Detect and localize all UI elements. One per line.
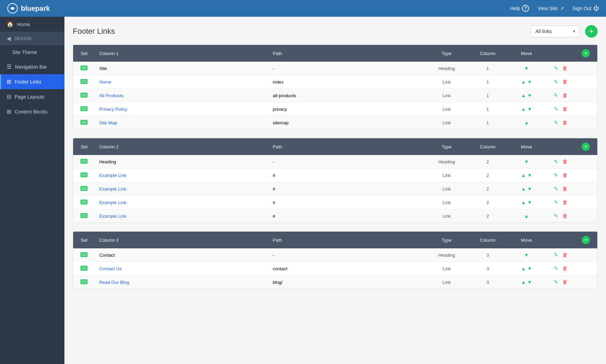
add-global-button[interactable]: + xyxy=(585,25,598,38)
row-type: Link xyxy=(424,182,469,196)
row-name: Home xyxy=(95,75,269,89)
delete-icon[interactable]: 🗑 xyxy=(562,199,568,205)
move-up-icon[interactable] xyxy=(521,107,526,111)
delete-icon[interactable]: 🗑 xyxy=(562,158,568,164)
move-down-icon[interactable] xyxy=(524,66,529,71)
edit-icon[interactable]: ✎ xyxy=(554,186,558,192)
edit-icon[interactable]: ✎ xyxy=(554,119,558,125)
edit-icon[interactable]: ✎ xyxy=(554,279,558,285)
move-up-icon[interactable] xyxy=(524,214,529,218)
sidebar-item-page-layouts[interactable]: ⊟ Page Layouts xyxy=(0,89,64,104)
row-link[interactable]: Example Link xyxy=(99,173,126,178)
move-up-icon[interactable] xyxy=(521,280,526,285)
delete-icon[interactable]: 🗑 xyxy=(562,279,568,285)
row-link[interactable]: All Products xyxy=(99,93,123,98)
footer-links-icon: ⊞ xyxy=(7,78,11,85)
delete-icon[interactable]: 🗑 xyxy=(562,265,568,271)
row-set xyxy=(73,155,95,169)
delete-icon[interactable]: 🗑 xyxy=(562,213,568,219)
row-name: Contact Us xyxy=(95,262,269,276)
row-type: Heading xyxy=(424,62,469,75)
move-up-icon[interactable] xyxy=(521,200,526,205)
move-down-icon[interactable] xyxy=(524,159,529,164)
view-site-button[interactable]: View Site ↗ xyxy=(537,6,564,11)
row-link[interactable]: Example Link xyxy=(99,214,126,219)
col2-th-col: Column xyxy=(469,138,506,155)
move-down-icon[interactable] xyxy=(527,266,532,271)
move-up-icon[interactable] xyxy=(521,266,526,271)
col3-add-button[interactable]: + xyxy=(582,236,590,244)
row-link[interactable]: Read Our Blog xyxy=(99,280,129,285)
move-up-icon[interactable] xyxy=(521,79,526,84)
edit-icon[interactable]: ✎ xyxy=(554,106,558,112)
col2-add-button[interactable]: + xyxy=(582,142,590,151)
help-button[interactable]: Help ? xyxy=(510,5,529,12)
row-type: Heading xyxy=(424,155,469,169)
delete-icon[interactable]: 🗑 xyxy=(562,106,568,112)
move-down-icon[interactable] xyxy=(527,186,532,191)
row-move xyxy=(506,116,547,130)
home-icon: 🏠 xyxy=(7,21,14,28)
row-path: contact xyxy=(269,262,424,276)
sidebar-item-navigation-bar[interactable]: ☰ Navigation Bar xyxy=(0,59,64,74)
move-down-icon[interactable] xyxy=(527,79,532,84)
edit-icon[interactable]: ✎ xyxy=(554,65,558,71)
delete-icon[interactable]: 🗑 xyxy=(562,186,568,192)
row-move xyxy=(506,276,547,289)
edit-icon[interactable]: ✎ xyxy=(554,252,558,258)
row-link[interactable]: Privacy Policy xyxy=(99,107,127,112)
row-path: # xyxy=(269,196,424,209)
move-down-icon[interactable] xyxy=(527,200,532,205)
chevron-left-icon: ◀ xyxy=(7,35,11,42)
delete-icon[interactable]: 🗑 xyxy=(562,79,568,85)
move-down-icon[interactable] xyxy=(524,253,529,257)
col3-th-column: Column 3 xyxy=(95,232,269,248)
move-down-icon[interactable] xyxy=(527,173,532,178)
flag-icon xyxy=(80,200,87,204)
row-column: 3 xyxy=(469,248,506,262)
flag-icon xyxy=(80,120,87,125)
edit-icon[interactable]: ✎ xyxy=(554,213,558,219)
sign-out-button[interactable]: Sign Out ⏻ xyxy=(573,5,599,11)
edit-icon[interactable]: ✎ xyxy=(554,265,558,271)
edit-icon[interactable]: ✎ xyxy=(554,172,558,178)
row-link[interactable]: Example Link xyxy=(99,200,126,205)
table-row: Contact Us contact Link 3 ✎ 🗑 xyxy=(73,262,597,276)
edit-icon[interactable]: ✎ xyxy=(554,92,558,98)
row-type: Link xyxy=(424,169,469,182)
edit-icon[interactable]: ✎ xyxy=(554,199,558,205)
row-set xyxy=(73,262,95,276)
edit-icon[interactable]: ✎ xyxy=(554,158,558,164)
edit-icon[interactable]: ✎ xyxy=(554,79,558,85)
row-link[interactable]: Contact Us xyxy=(99,266,122,271)
move-up-icon[interactable] xyxy=(521,93,526,98)
sidebar-item-home[interactable]: 🏠 Home xyxy=(0,17,64,32)
row-link[interactable]: Site Map xyxy=(99,120,117,125)
sidebar-item-footer-links[interactable]: ⊞ Footer Links xyxy=(0,74,64,89)
move-down-icon[interactable] xyxy=(527,280,532,285)
sidebar-item-design[interactable]: ◀ Design xyxy=(0,32,64,45)
move-down-icon[interactable] xyxy=(527,107,532,111)
delete-icon[interactable]: 🗑 xyxy=(562,65,568,71)
delete-icon[interactable]: 🗑 xyxy=(562,119,568,125)
move-up-icon[interactable] xyxy=(524,120,529,125)
row-column: 1 xyxy=(469,89,506,102)
delete-icon[interactable]: 🗑 xyxy=(562,172,568,178)
sidebar-item-content-blocks[interactable]: ⊞ Content Blocks xyxy=(0,104,64,119)
col1-th-move: Move xyxy=(506,45,547,62)
delete-icon[interactable]: 🗑 xyxy=(562,92,568,98)
sidebar-item-site-theme[interactable]: Site Theme xyxy=(0,45,64,59)
delete-icon[interactable]: 🗑 xyxy=(562,252,568,258)
col1-add-button[interactable]: + xyxy=(582,49,590,57)
row-link[interactable]: Example Link xyxy=(99,186,126,192)
filter-select[interactable]: All links Column 1 Column 2 Column 3 xyxy=(531,25,580,37)
row-path: # xyxy=(269,169,424,182)
row-move xyxy=(506,248,547,262)
sidebar-item-page-layouts-label: Page Layouts xyxy=(15,94,45,100)
row-column: 3 xyxy=(469,262,506,276)
row-link[interactable]: Home xyxy=(99,79,111,85)
col1-th-path: Path xyxy=(269,45,424,62)
move-down-icon[interactable] xyxy=(527,93,532,98)
move-up-icon[interactable] xyxy=(521,173,526,178)
move-up-icon[interactable] xyxy=(521,186,526,191)
